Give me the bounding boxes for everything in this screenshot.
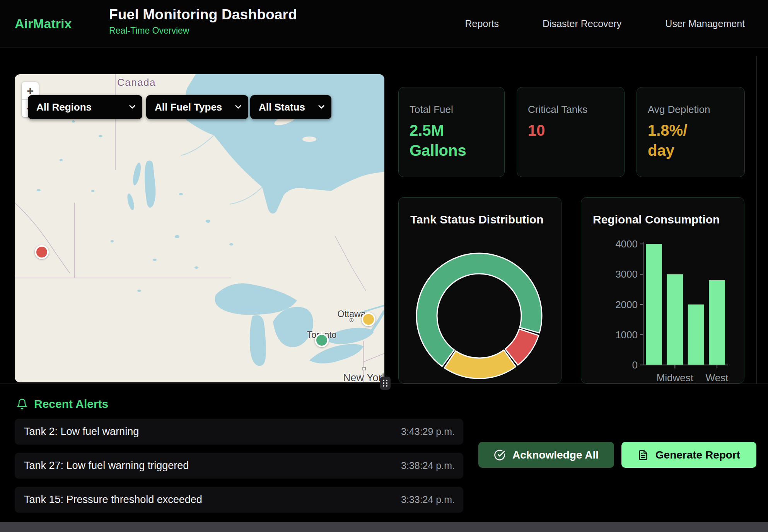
app-header: AirMatrix Fuel Monitoring Dashboard Real…: [0, 0, 768, 48]
stat-card-avg-depletion: Avg Depletion 1.8%/day: [637, 87, 745, 177]
generate-report-button[interactable]: Generate Report: [621, 442, 756, 468]
chart-title: Tank Status Distribution: [410, 213, 543, 226]
stat-value: 1.8%/day: [648, 120, 734, 160]
button-label: Generate Report: [655, 449, 740, 461]
alert-message: Tank 2: Low fuel warning: [24, 426, 139, 438]
stat-card-critical-tanks: Critical Tanks 10: [517, 87, 625, 177]
check-circle-icon: [494, 449, 505, 461]
tank-marker-critical[interactable]: [35, 245, 49, 259]
fuel-type-filter-dropdown[interactable]: All Fuel Types: [146, 95, 248, 119]
stat-label: Critical Tanks: [528, 104, 613, 116]
page-title: Fuel Monitoring Dashboard: [109, 7, 297, 23]
stat-value: 2.5MGallons: [410, 120, 493, 160]
tank-marker-normal[interactable]: [315, 333, 329, 347]
recent-alerts-header: Recent Alerts: [16, 397, 108, 411]
x-tick-label: Midwest: [657, 372, 694, 383]
header-titles: Fuel Monitoring Dashboard Real-Time Over…: [109, 7, 297, 36]
grip-dots-icon: [382, 379, 388, 387]
alert-row[interactable]: Tank 15: Pressure threshold exceeded 3:3…: [15, 487, 463, 513]
bell-icon: [16, 398, 28, 410]
alert-timestamp: 3:33:24 p.m.: [401, 494, 455, 505]
chevron-down-icon: [318, 105, 324, 109]
chart-title: Regional Consumption: [593, 213, 720, 226]
bar-3: [709, 280, 725, 365]
section-divider-vertical: [756, 56, 757, 384]
regional-consumption-card: Regional Consumption 01000200030004000Mi…: [581, 197, 744, 384]
brand-logo[interactable]: AirMatrix: [15, 0, 72, 48]
fuel-type-filter-value: All Fuel Types: [155, 101, 222, 113]
map-resize-handle[interactable]: [380, 377, 391, 390]
alert-row[interactable]: Tank 2: Low fuel warning 3:43:29 p.m.: [15, 419, 463, 445]
y-tick-label: 4000: [615, 238, 638, 250]
acknowledge-all-button[interactable]: Acknowledge All: [478, 442, 614, 468]
alert-timestamp: 3:43:29 p.m.: [401, 426, 455, 437]
tank-map[interactable]: Canada Ottawa Toronto New York + − All R…: [15, 74, 384, 382]
bar-1: [667, 274, 683, 365]
document-icon: [638, 450, 649, 460]
alert-message: Tank 15: Pressure threshold exceeded: [24, 494, 202, 506]
nav-item-reports[interactable]: Reports: [465, 18, 499, 29]
chevron-down-icon: [129, 105, 135, 109]
fuel-monitoring-dashboard: AirMatrix Fuel Monitoring Dashboard Real…: [0, 0, 768, 532]
tank-status-distribution-card: Tank Status Distribution: [398, 197, 561, 384]
alert-message: Tank 27: Low fuel warning triggered: [24, 460, 189, 472]
status-filter-value: All Status: [259, 101, 305, 113]
map-label-new-york: New York: [343, 372, 384, 382]
y-tick-label: 3000: [615, 268, 638, 280]
alert-row[interactable]: Tank 27: Low fuel warning triggered 3:38…: [15, 453, 463, 479]
x-tick-label: West: [706, 372, 729, 383]
horizontal-scrollbar[interactable]: [0, 522, 768, 532]
status-filter-dropdown[interactable]: All Status: [250, 95, 331, 119]
stat-label: Avg Depletion: [648, 104, 734, 116]
bar-0: [646, 244, 662, 365]
nav-item-disaster-recovery[interactable]: Disaster Recovery: [543, 18, 621, 29]
alert-timestamp: 3:38:24 p.m.: [401, 460, 455, 471]
stat-label: Total Fuel: [410, 104, 493, 116]
stat-value: 10: [528, 120, 613, 140]
y-tick-label: 0: [632, 359, 638, 371]
region-filter-dropdown[interactable]: All Regions: [28, 95, 142, 119]
stat-card-total-fuel: Total Fuel 2.5MGallons: [398, 87, 505, 177]
y-tick-label: 1000: [615, 329, 638, 341]
doughnut-slice-warning: [444, 350, 516, 379]
nav-item-user-management[interactable]: User Management: [665, 18, 745, 29]
tank-marker-warning[interactable]: [362, 312, 375, 326]
y-tick-label: 2000: [615, 299, 638, 310]
map-label-canada: Canada: [117, 77, 156, 89]
bar-2: [688, 305, 704, 365]
chevron-down-icon: [235, 105, 241, 109]
main-nav: Reports Disaster Recovery User Managemen…: [465, 0, 745, 48]
button-label: Acknowledge All: [512, 449, 599, 461]
region-filter-value: All Regions: [36, 101, 92, 113]
page-subtitle: Real-Time Overview: [109, 26, 297, 36]
recent-alerts-title: Recent Alerts: [34, 397, 108, 411]
